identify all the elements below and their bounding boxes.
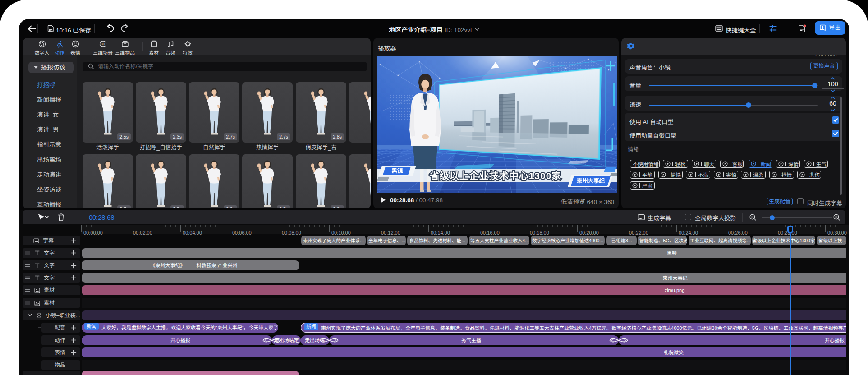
svg-text:柬州大事纪: 柬州大事纪 bbox=[576, 178, 605, 184]
svg-text:3D: 3D bbox=[101, 42, 105, 46]
svg-text:省级以上企业技术中心1300家: 省级以上企业技术中心1300家 bbox=[429, 171, 562, 181]
svg-text:黑镜: 黑镜 bbox=[391, 168, 403, 174]
